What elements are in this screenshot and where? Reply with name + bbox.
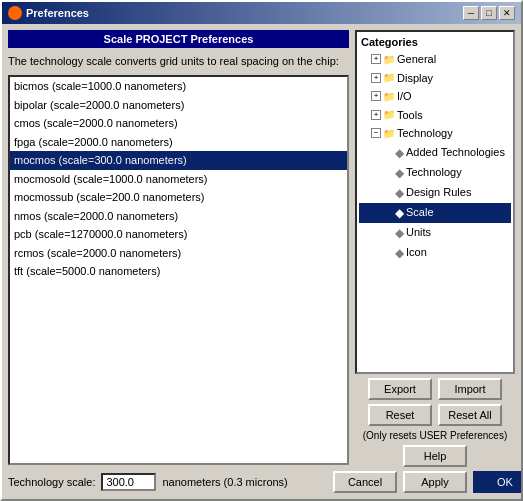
list-item[interactable]: mocmos (scale=300.0 nanometers) <box>10 151 347 170</box>
bullet-icon: ◆ <box>395 164 404 182</box>
tree-item-label: Technology <box>397 125 453 142</box>
maximize-button[interactable]: □ <box>481 6 497 20</box>
apply-button[interactable]: Apply <box>403 471 467 493</box>
tree-item-label: General <box>397 51 436 68</box>
folder-icon: 📁 <box>383 52 395 67</box>
minimize-button[interactable]: ─ <box>463 6 479 20</box>
main-content: Scale PROJECT Preferences The technology… <box>2 24 521 499</box>
reset-all-button[interactable]: Reset All <box>438 404 502 426</box>
list-item[interactable]: rcmos (scale=2000.0 nanometers) <box>10 244 347 263</box>
bullet-icon: ◆ <box>395 184 404 202</box>
reset-button[interactable]: Reset <box>368 404 432 426</box>
folder-icon: 📁 <box>383 126 395 141</box>
bottom-row: Technology scale: nanometers (0.3 micron… <box>8 469 349 493</box>
tree-item-label: Technology <box>406 164 462 181</box>
scale-input[interactable] <box>101 473 156 491</box>
left-panel: Scale PROJECT Preferences The technology… <box>8 30 349 493</box>
tree-item-label: Scale <box>406 204 434 221</box>
help-button[interactable]: Help <box>403 445 467 467</box>
list-item[interactable]: pcb (scale=1270000.0 nanometers) <box>10 225 347 244</box>
ok-button[interactable]: OK <box>473 471 521 493</box>
export-button[interactable]: Export <box>368 378 432 400</box>
unit-label: nanometers (0.3 microns) <box>162 476 287 488</box>
tree-item-label: Added Technologies <box>406 144 505 161</box>
tree-expander-icon[interactable]: + <box>371 110 381 120</box>
tree-item[interactable]: ◆Technology <box>359 163 511 183</box>
tree-item[interactable]: +📁I/O <box>359 87 511 106</box>
tree-item[interactable]: +📁Tools <box>359 106 511 125</box>
list-item[interactable]: mocmossub (scale=200.0 nanometers) <box>10 188 347 207</box>
tree-item-label: Icon <box>406 244 427 261</box>
folder-icon: 📁 <box>383 107 395 122</box>
folder-icon: 📁 <box>383 89 395 104</box>
tree-item[interactable]: ◆Design Rules <box>359 183 511 203</box>
tree-item[interactable]: ◆Units <box>359 223 511 243</box>
window-title: Preferences <box>26 7 89 19</box>
description-text: The technology scale converts grid units… <box>8 52 349 71</box>
list-item[interactable]: bicmos (scale=1000.0 nanometers) <box>10 77 347 96</box>
tree-item-label: I/O <box>397 88 412 105</box>
bullet-icon: ◆ <box>395 204 404 222</box>
tree-expander-icon[interactable]: + <box>371 73 381 83</box>
tree-item-label: Design Rules <box>406 184 471 201</box>
tree-expander-icon[interactable]: − <box>371 128 381 138</box>
close-button[interactable]: ✕ <box>499 6 515 20</box>
bullet-icon: ◆ <box>395 244 404 262</box>
app-icon <box>8 6 22 20</box>
tree-item[interactable]: ◆Icon <box>359 243 511 263</box>
panel-title: Scale PROJECT Preferences <box>8 30 349 48</box>
button-section: Export Import Reset Reset All (Only rese… <box>355 378 515 493</box>
help-row: Help <box>355 445 515 467</box>
technology-list[interactable]: bicmos (scale=1000.0 nanometers)bipolar … <box>8 75 349 465</box>
tree-item[interactable]: ◆Added Technologies <box>359 143 511 163</box>
tree-expander-icon[interactable]: + <box>371 54 381 64</box>
tree-item[interactable]: +📁Display <box>359 69 511 88</box>
tree-header: Categories <box>359 34 511 50</box>
list-item[interactable]: bipolar (scale=2000.0 nanometers) <box>10 96 347 115</box>
reset-note: (Only resets USER Preferences) <box>355 430 515 441</box>
tree-item[interactable]: ◆Scale <box>359 203 511 223</box>
list-item[interactable]: fpga (scale=2000.0 nanometers) <box>10 133 347 152</box>
list-item[interactable]: cmos (scale=2000.0 nanometers) <box>10 114 347 133</box>
list-item[interactable]: tft (scale=5000.0 nanometers) <box>10 262 347 281</box>
tree-expander-icon[interactable]: + <box>371 91 381 101</box>
preferences-window: Preferences ─ □ ✕ Scale PROJECT Preferen… <box>0 0 523 501</box>
bullet-icon: ◆ <box>395 144 404 162</box>
action-row: Cancel Apply OK <box>355 471 515 493</box>
bullet-icon: ◆ <box>395 224 404 242</box>
folder-icon: 📁 <box>383 70 395 85</box>
tree-item[interactable]: −📁Technology <box>359 124 511 143</box>
import-button[interactable]: Import <box>438 378 502 400</box>
reset-row: Reset Reset All <box>355 404 515 426</box>
tree-item-label: Tools <box>397 107 423 124</box>
export-import-row: Export Import <box>355 378 515 400</box>
tree-item-label: Units <box>406 224 431 241</box>
tree-item-label: Display <box>397 70 433 87</box>
scale-label: Technology scale: <box>8 476 95 488</box>
list-item[interactable]: mocmosold (scale=1000.0 nanometers) <box>10 170 347 189</box>
title-bar: Preferences ─ □ ✕ <box>2 2 521 24</box>
cancel-button[interactable]: Cancel <box>333 471 397 493</box>
tree-item[interactable]: +📁General <box>359 50 511 69</box>
list-item[interactable]: nmos (scale=2000.0 nanometers) <box>10 207 347 226</box>
categories-tree: Categories +📁General+📁Display+📁I/O+📁Tool… <box>355 30 515 374</box>
right-panel: Categories +📁General+📁Display+📁I/O+📁Tool… <box>355 30 515 493</box>
